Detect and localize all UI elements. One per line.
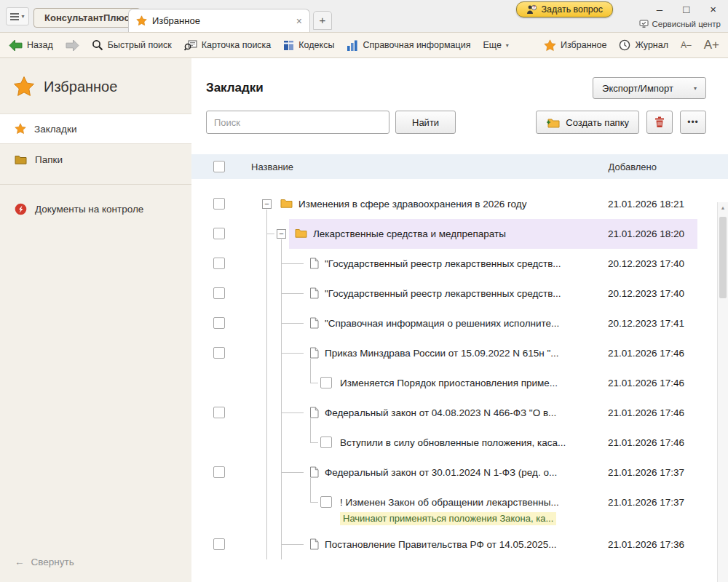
journal-button[interactable]: Журнал xyxy=(619,39,668,51)
table-row[interactable]: Постановление Правительства РФ от 14.05.… xyxy=(191,530,728,559)
tree-connector xyxy=(274,308,289,338)
minimize-button[interactable]: – xyxy=(657,3,662,16)
create-folder-button[interactable]: Создать папку xyxy=(536,111,639,134)
tree-connector xyxy=(289,338,304,368)
row-checkbox[interactable] xyxy=(320,496,332,508)
tab-favorites[interactable]: Избранное × xyxy=(128,9,310,32)
font-larger-button[interactable]: А+ xyxy=(704,38,719,52)
table-row[interactable]: Приказ Минздрава России от 15.09.2022 N … xyxy=(191,338,728,368)
main-menu-button[interactable]: ▾ xyxy=(6,7,29,25)
row-checkbox[interactable] xyxy=(213,258,225,269)
collapse-sidebar-button[interactable]: ← Свернуть xyxy=(15,557,74,567)
control-badge-icon xyxy=(15,203,27,215)
tree-indent xyxy=(260,428,334,458)
app-window: ▾ КонсультантПлюс Избранное × + ? Задать… xyxy=(0,0,728,582)
new-tab-button[interactable]: + xyxy=(313,11,332,30)
collapse-toggle[interactable]: − xyxy=(277,229,286,239)
ask-question-button[interactable]: ? Задать вопрос xyxy=(516,1,613,17)
row-checkbox[interactable] xyxy=(213,317,225,329)
row-label[interactable]: Лекарственные средства и медпрепараты xyxy=(313,228,601,240)
table-row[interactable]: −Лекарственные средства и медпрепараты21… xyxy=(191,219,728,249)
tree-indent xyxy=(260,398,304,428)
table-row[interactable]: "Государственный реестр лекарственных ср… xyxy=(191,279,728,308)
row-date: 20.12.2023 17:41 xyxy=(608,308,684,338)
service-center-icon xyxy=(639,20,649,28)
row-checkbox-cell xyxy=(213,198,225,212)
row-label[interactable]: "Государственный реестр лекарственных ср… xyxy=(325,287,601,300)
row-checkbox[interactable] xyxy=(213,407,225,418)
close-button[interactable]: × xyxy=(710,3,716,16)
tree-connector xyxy=(304,368,318,398)
row-label[interactable]: Вступили в силу обновленные положения, к… xyxy=(340,436,601,449)
export-import-button[interactable]: Экспорт/Импорт ▾ xyxy=(593,77,706,99)
sidebar-item-bookmarks[interactable]: Закладки xyxy=(0,113,191,144)
row-label[interactable]: Федеральный закон от 04.08.2023 N 466-ФЗ… xyxy=(325,407,601,419)
row-label-wrap: "Справочная информация о решениях исполн… xyxy=(325,308,601,338)
sidebar-item-documents-on-control[interactable]: Документы на контроле xyxy=(0,194,191,224)
bars-icon xyxy=(347,40,358,51)
delete-button[interactable] xyxy=(646,111,673,134)
quick-search-button[interactable]: Быстрый поиск xyxy=(92,39,172,51)
maximize-button[interactable]: □ xyxy=(683,3,689,16)
table-row[interactable]: Изменяется Порядок приостановления приме… xyxy=(191,368,728,398)
brand-logo[interactable]: КонсультантПлюс xyxy=(33,8,141,28)
table-header: Название Добавлено xyxy=(191,154,728,179)
tree-connector xyxy=(274,428,289,458)
row-label[interactable]: Приказ Минздрава России от 15.09.2022 N … xyxy=(325,347,601,359)
find-button[interactable]: Найти xyxy=(395,111,456,134)
tree-indent xyxy=(260,279,304,308)
row-checkbox[interactable] xyxy=(320,377,332,388)
more-actions-button[interactable]: ••• xyxy=(680,111,706,134)
row-label[interactable]: "Справочная информация о решениях исполн… xyxy=(325,317,601,330)
more-menu-button[interactable]: Еще ▾ xyxy=(483,40,508,50)
tab-label: Избранное xyxy=(152,15,291,26)
row-checkbox[interactable] xyxy=(213,228,225,239)
table-row[interactable]: Федеральный закон от 30.01.2024 N 1-ФЗ (… xyxy=(191,458,728,487)
row-label[interactable]: Изменения в сфере здравоохранения в 2026… xyxy=(298,198,601,210)
row-label[interactable]: "Государственный реестр лекарственных ср… xyxy=(325,258,601,270)
scroll-up-arrow[interactable]: ▲ xyxy=(718,202,728,214)
tree-indent xyxy=(260,458,304,487)
tree-connector xyxy=(304,487,318,530)
row-checkbox[interactable] xyxy=(213,538,225,550)
row-date: 20.12.2023 17:40 xyxy=(608,249,684,279)
search-input[interactable] xyxy=(206,111,389,134)
font-smaller-button[interactable]: А– xyxy=(681,40,692,50)
table-row[interactable]: ! Изменен Закон об обращении лекарственн… xyxy=(191,487,728,530)
table-row[interactable]: Федеральный закон от 04.08.2023 N 466-ФЗ… xyxy=(191,398,728,428)
ask-question-label: Задать вопрос xyxy=(541,4,603,15)
scrollbar-thumb[interactable] xyxy=(719,217,727,298)
forward-arrow-icon xyxy=(66,39,79,52)
select-all-checkbox[interactable] xyxy=(213,161,225,172)
close-tab-icon[interactable]: × xyxy=(296,15,302,27)
row-checkbox[interactable] xyxy=(213,198,225,210)
row-checkbox[interactable] xyxy=(213,287,225,299)
row-checkbox[interactable] xyxy=(320,436,332,448)
table-row[interactable]: "Справочная информация о решениях исполн… xyxy=(191,308,728,338)
row-label[interactable]: Изменяется Порядок приостановления приме… xyxy=(340,377,601,389)
row-date: 21.01.2026 17:37 xyxy=(608,458,684,487)
scrollbar[interactable]: ▲ xyxy=(717,202,728,582)
search-card-button[interactable]: Карточка поиска xyxy=(184,39,272,51)
row-label[interactable]: Федеральный закон от 30.01.2024 N 1-ФЗ (… xyxy=(325,466,601,479)
row-checkbox-cell xyxy=(213,258,225,272)
row-checkbox[interactable] xyxy=(213,347,225,359)
table-row[interactable]: "Государственный реестр лекарственных ср… xyxy=(191,249,728,279)
back-button[interactable]: Назад xyxy=(9,39,53,52)
codes-button[interactable]: Кодексы xyxy=(283,40,334,51)
row-checkbox[interactable] xyxy=(213,466,225,478)
tree-connector xyxy=(260,219,274,249)
forward-button[interactable] xyxy=(66,39,79,52)
table-row[interactable]: −Изменения в сфере здравоохранения в 202… xyxy=(191,189,728,219)
collapse-toggle[interactable]: − xyxy=(262,199,272,209)
row-label[interactable]: Постановление Правительства РФ от 14.05.… xyxy=(325,538,601,551)
row-checkbox-cell xyxy=(213,317,225,332)
row-label[interactable]: ! Изменен Закон об обращении лекарственн… xyxy=(340,496,601,509)
tree-connector xyxy=(289,398,304,428)
reference-info-button[interactable]: Справочная информация xyxy=(347,40,470,51)
table-row[interactable]: Вступили в силу обновленные положения, к… xyxy=(191,428,728,458)
sidebar-item-folders[interactable]: Папки xyxy=(0,144,191,175)
favorites-button[interactable]: Избранное xyxy=(544,39,606,52)
row-date: 21.01.2026 18:21 xyxy=(608,189,684,219)
service-center-link[interactable]: Сервисный центр xyxy=(639,20,721,28)
